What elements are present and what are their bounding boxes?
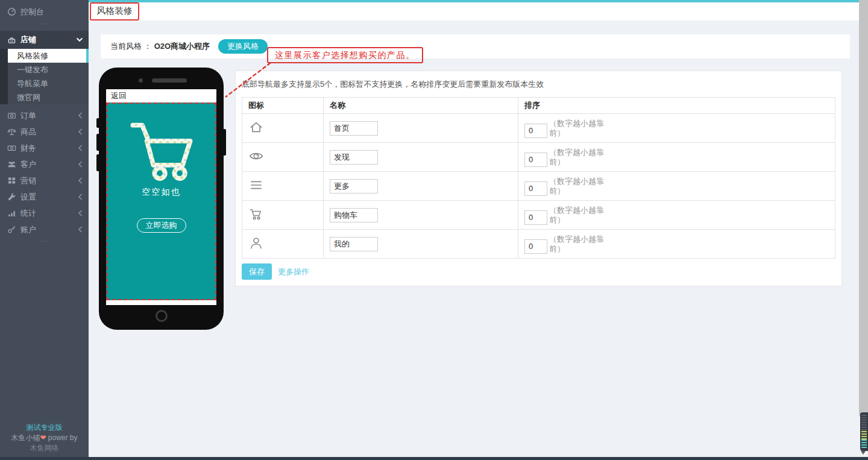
nav-sort-input[interactable] (524, 124, 547, 138)
finance-icon (7, 143, 16, 153)
eye-icon (248, 148, 264, 164)
bottom-nav-table: 图标 名称 排序 （数字越小越靠前）（数字越小越靠前）（数字越小越靠前）（数字越… (242, 97, 835, 259)
brand-line: 木鱼小铺❤ power by (0, 433, 89, 443)
nav-name-input[interactable] (330, 208, 378, 222)
phone-volume-up-button (96, 134, 99, 151)
sidebar-item-label: 订单 (20, 110, 36, 121)
back-label: 返回 (111, 90, 127, 101)
chevron-left-icon (78, 194, 83, 200)
chevron-left-icon (78, 161, 83, 168)
sidebar-item-shop[interactable]: 店铺 (0, 31, 89, 49)
scrollbar-down-arrow-icon[interactable] (861, 451, 866, 455)
phone-mute-switch (96, 118, 99, 128)
active-item-indicator (86, 49, 89, 63)
nav-name-input[interactable] (330, 237, 378, 251)
panel-actions: 保存 更多操作 (236, 259, 841, 286)
nav-name-input[interactable] (330, 179, 378, 194)
nav-table-body: （数字越小越靠前）（数字越小越靠前）（数字越小越靠前）（数字越小越靠前）（数字越… (242, 114, 835, 259)
column-header-sort: 排序 (518, 98, 835, 114)
phone-mockup: 返回 (99, 68, 224, 330)
marketing-icon (7, 176, 16, 186)
nav-name-input[interactable] (330, 121, 378, 136)
sidebar-subitem-label: 导航菜单 (17, 78, 48, 89)
page-title: 风格装修 (96, 5, 133, 16)
annotation-text: 这里展示客户选择想购买的产品。 (275, 50, 415, 61)
change-style-button[interactable]: 更换风格 (218, 39, 268, 54)
sidebar-subitem-label: 微官网 (17, 92, 40, 103)
window-bottom-edge (0, 457, 868, 460)
sidebar-items: 订单商品财务客户营销设置统计账户 (0, 107, 89, 238)
sidebar-item-label: 账户 (20, 224, 36, 235)
phone-back-bar: 返回 (106, 89, 216, 102)
phone-screen: 返回 (106, 89, 216, 305)
sidebar-item-finance[interactable]: 财务 (0, 140, 89, 156)
current-style-card: 当前风格 ： O2O商城小程序 更换风格 (101, 34, 850, 58)
phone-preview-area: 空空如也 立即选购 (106, 102, 216, 300)
current-style-value: O2O商城小程序 (154, 41, 210, 52)
save-button[interactable]: 保存 (242, 263, 272, 280)
sidebar-divider-dots: ⋯ (0, 238, 89, 246)
sidebar-shop-submenu: 风格装修一键发布导航菜单微官网 (0, 49, 89, 104)
sidebar-item-label: 设置 (20, 192, 36, 203)
sidebar-subitem-一键发布[interactable]: 一键发布 (0, 63, 89, 77)
chevron-left-icon (78, 145, 83, 151)
column-header-icon: 图标 (242, 98, 324, 114)
table-row: （数字越小越靠前） (242, 201, 835, 230)
sidebar-subitem-label: 风格装修 (17, 51, 48, 61)
panel-hint-text: 底部导航最多支持显示5个，图标暂不支持更换，名称排序变更后需要重新发布版本生效 (236, 71, 841, 97)
sort-hint-text: （数字越小越靠前） (549, 177, 618, 196)
sort-hint-text: （数字越小越靠前） (549, 235, 618, 254)
heart-icon: ❤ (40, 433, 46, 442)
bottom-nav-panel: 底部导航最多支持显示5个，图标暂不支持更换，名称排序变更后需要重新发布版本生效 … (235, 71, 842, 286)
sidebar-item-label: 财务 (20, 143, 36, 154)
sidebar-item-label: 统计 (20, 208, 36, 219)
nav-sort-input[interactable] (524, 153, 547, 167)
goods-icon (7, 127, 16, 137)
nav-name-input[interactable] (330, 150, 378, 165)
sidebar-item-console[interactable]: 控制台 (0, 4, 89, 20)
user-icon (248, 235, 264, 251)
phone-home-button (156, 310, 168, 322)
vertical-scrollbar[interactable] (859, 0, 868, 457)
sidebar-subitem-风格装修[interactable]: 风格装修 (0, 49, 89, 63)
sidebar-subitem-导航菜单[interactable]: 导航菜单 (0, 77, 89, 90)
main-content: 当前风格 ： O2O商城小程序 更换风格 这里展示客户选择想购买的产品。 返回 (89, 20, 859, 457)
sidebar-item-customers[interactable]: 客户 (0, 156, 89, 172)
sidebar-subitem-微官网[interactable]: 微官网 (0, 90, 89, 104)
table-row: （数字越小越靠前） (242, 230, 835, 259)
chevron-left-icon (78, 210, 83, 216)
sidebar-item-orders[interactable]: 订单 (0, 107, 89, 124)
table-row: （数字越小越靠前） (242, 143, 835, 172)
dashboard-icon (7, 7, 16, 17)
sidebar-item-settings[interactable]: 设置 (0, 189, 89, 205)
nav-sort-input[interactable] (524, 181, 547, 196)
chevron-left-icon (78, 128, 83, 135)
empty-cart-text: 空空如也 (107, 187, 215, 198)
sidebar-item-goods[interactable]: 商品 (0, 124, 89, 140)
chevron-left-icon (78, 112, 83, 119)
edition-link[interactable]: 测试专业版 (0, 423, 89, 433)
sidebar-item-label: 商品 (20, 127, 36, 137)
power-by-text: power by (46, 433, 78, 442)
sidebar-item-label: 营销 (20, 175, 36, 186)
sidebar-item-account[interactable]: 账户 (0, 221, 89, 238)
nav-sort-input[interactable] (524, 210, 547, 225)
cart-icon (248, 206, 264, 222)
sidebar-footer: 测试专业版 木鱼小铺❤ power by 木鱼网络 (0, 423, 89, 453)
menu-icon (248, 177, 264, 193)
annotation-callout: 这里展示客户选择想购买的产品。 (267, 47, 423, 63)
sidebar-item-stats[interactable]: 统计 (0, 205, 89, 221)
sidebar-item-marketing[interactable]: 营销 (0, 172, 89, 189)
scrollbar-thumb[interactable] (859, 0, 868, 416)
more-actions-link[interactable]: 更多操作 (278, 266, 309, 277)
nav-sort-input[interactable] (524, 239, 547, 254)
table-row: （数字越小越靠前） (242, 172, 835, 201)
table-row: （数字越小越靠前） (242, 114, 835, 143)
app-window: 控制台 ⋯ 店铺 风格装修一键发布导航菜单微官网 订单商品财务客户营销设置统计账… (0, 0, 868, 460)
indicator-stripes-teal (861, 440, 867, 449)
sidebar-item-label: 客户 (20, 159, 36, 170)
empty-cart-icon (107, 119, 215, 181)
key-icon (7, 225, 16, 235)
shop-icon (7, 35, 16, 45)
home-icon (248, 119, 264, 135)
